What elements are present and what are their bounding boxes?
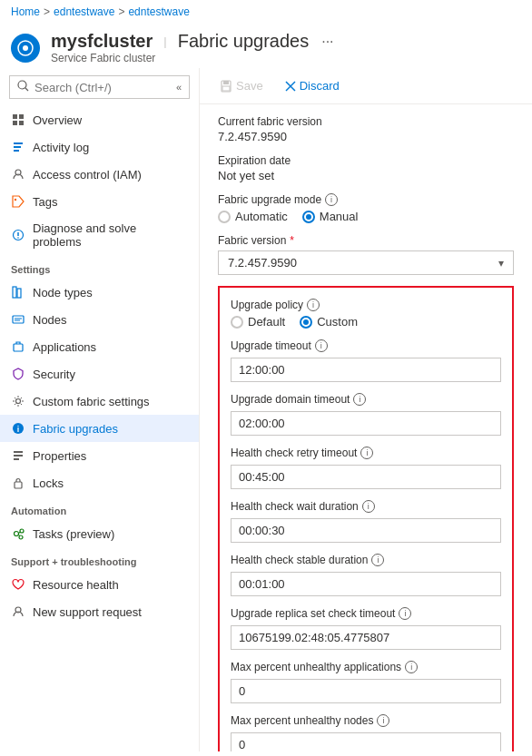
- svg-rect-6: [13, 121, 17, 125]
- support-section-header: Support + troubleshooting: [0, 547, 199, 571]
- sidebar-item-activity-log[interactable]: Activity log: [0, 133, 199, 161]
- sidebar-item-tags[interactable]: Tags: [0, 188, 199, 215]
- radio-manual-button[interactable]: [302, 211, 315, 223]
- sidebar-label-new-support: New support request: [33, 605, 142, 619]
- sidebar-item-access-control[interactable]: Access control (IAM): [0, 161, 199, 188]
- svg-point-31: [20, 529, 24, 533]
- custom-fabric-icon: [11, 394, 25, 408]
- health-retry-label: Health check retry timeout i: [231, 447, 501, 459]
- save-button[interactable]: Save: [214, 75, 269, 96]
- policy-label: Upgrade policy i: [231, 299, 501, 311]
- main-layout: « Overview Activity log Access control (…: [0, 68, 532, 751]
- svg-point-16: [17, 237, 19, 239]
- svg-rect-28: [14, 458, 19, 460]
- discard-button[interactable]: Discard: [280, 75, 345, 96]
- policy-field: Upgrade policy i Default Custom: [231, 299, 501, 329]
- tasks-icon: [11, 526, 25, 541]
- fabric-upgrades-icon: i: [11, 421, 25, 436]
- sidebar-item-new-support[interactable]: New support request: [0, 598, 199, 625]
- radio-default[interactable]: Default: [231, 315, 285, 329]
- sidebar-item-properties[interactable]: Properties: [0, 442, 199, 469]
- sidebar-item-applications[interactable]: Applications: [0, 333, 199, 360]
- radio-custom-label: Custom: [317, 315, 358, 329]
- health-wait-info-icon[interactable]: i: [362, 500, 375, 513]
- current-version-label: Current fabric version: [218, 115, 514, 128]
- health-retry-input[interactable]: [231, 465, 501, 489]
- sidebar-item-tasks[interactable]: Tasks (preview): [0, 520, 199, 547]
- max-unhealthy-nodes-field: Max percent unhealthy nodes i: [231, 714, 501, 751]
- health-stable-input[interactable]: [231, 572, 501, 596]
- health-wait-field: Health check wait duration i: [231, 500, 501, 543]
- sidebar-label-diagnose: Diagnose and solve problems: [33, 221, 188, 249]
- sidebar-item-diagnose[interactable]: Diagnose and solve problems: [0, 215, 199, 255]
- search-expand-icon[interactable]: «: [176, 82, 182, 93]
- upgrade-mode-info-icon[interactable]: i: [325, 193, 338, 206]
- upgrade-domain-info-icon[interactable]: i: [353, 393, 366, 406]
- expiration-field: Expiration date Not yet set: [218, 154, 514, 182]
- svg-line-34: [19, 535, 20, 537]
- radio-custom-button[interactable]: [300, 316, 312, 329]
- sidebar-item-nodes[interactable]: Nodes: [0, 306, 199, 333]
- replica-timeout-field: Upgrade replica set check timeout i: [231, 607, 501, 650]
- health-stable-info-icon[interactable]: i: [371, 554, 384, 566]
- radio-custom[interactable]: Custom: [300, 315, 358, 329]
- fabric-version-dropdown[interactable]: 7.2.457.9590 ▾: [218, 250, 514, 275]
- cluster-icon: [11, 34, 40, 63]
- upgrade-timeout-info-icon[interactable]: i: [315, 339, 328, 352]
- locks-icon: [11, 476, 25, 490]
- upgrade-domain-timeout-field: Upgrade domain timeout i: [231, 393, 501, 436]
- max-unhealthy-nodes-input[interactable]: [231, 732, 501, 751]
- sidebar-item-node-types[interactable]: Node types: [0, 279, 199, 306]
- radio-default-button[interactable]: [231, 316, 243, 329]
- sidebar-item-fabric-upgrades[interactable]: i Fabric upgrades: [0, 415, 199, 442]
- svg-rect-8: [14, 142, 23, 144]
- sidebar-item-resource-health[interactable]: Resource health: [0, 571, 199, 598]
- max-unhealthy-apps-label: Max percent unhealthy applications i: [231, 661, 501, 673]
- max-unhealthy-apps-info-icon[interactable]: i: [405, 661, 418, 673]
- upgrade-domain-timeout-input[interactable]: [231, 411, 501, 436]
- svg-rect-27: [14, 455, 23, 457]
- replica-timeout-label: Upgrade replica set check timeout i: [231, 607, 501, 620]
- search-box[interactable]: «: [9, 75, 190, 99]
- search-input[interactable]: [34, 81, 171, 94]
- security-icon: [11, 367, 25, 381]
- svg-rect-26: [14, 451, 23, 453]
- health-retry-info-icon[interactable]: i: [360, 447, 373, 459]
- sidebar-label-nodes: Nodes: [33, 313, 67, 327]
- svg-line-3: [25, 88, 28, 91]
- sidebar-label-tags: Tags: [33, 195, 57, 209]
- sidebar-item-custom-fabric[interactable]: Custom fabric settings: [0, 388, 199, 415]
- svg-rect-22: [14, 344, 23, 351]
- upgrade-mode-field: Fabric upgrade mode i Automatic Manual: [218, 193, 514, 223]
- sidebar-label-activity-log: Activity log: [33, 141, 89, 154]
- upgrade-mode-label: Fabric upgrade mode i: [218, 193, 514, 206]
- svg-point-23: [16, 399, 21, 404]
- replica-timeout-input[interactable]: [231, 625, 501, 650]
- more-options-icon[interactable]: ···: [321, 34, 333, 50]
- radio-automatic[interactable]: Automatic: [218, 210, 288, 223]
- policy-info-icon[interactable]: i: [307, 299, 320, 311]
- node-types-icon: [11, 285, 25, 299]
- header-title-group: mysfcluster | Fabric upgrades ··· Servic…: [51, 31, 334, 64]
- breadcrumb-level2[interactable]: edntestwave: [128, 5, 189, 18]
- max-unhealthy-nodes-info-icon[interactable]: i: [377, 714, 389, 727]
- upgrade-timeout-field: Upgrade timeout i: [231, 339, 501, 382]
- breadcrumb-level1[interactable]: edntestwave: [54, 5, 114, 18]
- svg-rect-10: [14, 150, 19, 152]
- applications-icon: [11, 339, 25, 354]
- max-unhealthy-apps-input[interactable]: [231, 679, 501, 703]
- toolbar: Save Discard: [200, 68, 532, 104]
- svg-rect-37: [223, 81, 229, 84]
- sidebar-item-overview[interactable]: Overview: [0, 106, 199, 133]
- overview-icon: [11, 113, 25, 127]
- upgrade-timeout-input[interactable]: [231, 358, 501, 382]
- replica-timeout-info-icon[interactable]: i: [399, 607, 411, 620]
- health-wait-input[interactable]: [231, 518, 501, 543]
- radio-automatic-button[interactable]: [218, 211, 231, 223]
- radio-manual[interactable]: Manual: [302, 210, 359, 223]
- sidebar-label-resource-health: Resource health: [33, 578, 119, 592]
- sidebar-item-locks[interactable]: Locks: [0, 469, 199, 496]
- breadcrumb-home[interactable]: Home: [11, 5, 40, 18]
- chevron-down-icon: ▾: [498, 257, 504, 270]
- sidebar-item-security[interactable]: Security: [0, 360, 199, 388]
